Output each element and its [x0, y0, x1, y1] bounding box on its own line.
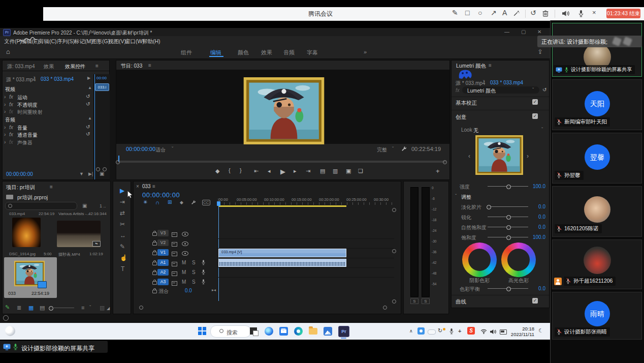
avatar: 雨晴 [585, 301, 610, 326]
tray-cloud-icon[interactable] [428, 329, 436, 335]
participant-name: 设计摄影部徐颖的屏幕共享 [571, 66, 632, 73]
participant-tile[interactable]: 16201205陈诺 [552, 186, 642, 237]
participant-label: 新闻编审部叶天阳 [555, 117, 610, 127]
speaking-toast-text: 正在讲话: 设计摄影部徐颖; [541, 38, 607, 46]
participant-tile[interactable]: 天阳 新闻编审部叶天阳 [552, 79, 642, 130]
taskbar: 搜索 Pr ∧ ↻ + S [0, 0, 644, 363]
night-light-moon-icon[interactable]: ☾ [538, 327, 543, 334]
avatar [584, 196, 610, 223]
tray-battery-icon[interactable] [500, 329, 507, 335]
tray-sync-icon[interactable]: ↻ [438, 327, 442, 334]
screen-share-icon [3, 344, 11, 350]
tray-volume-icon[interactable] [490, 329, 496, 335]
tray-wifi-icon[interactable] [480, 329, 487, 334]
photos-icon[interactable] [324, 327, 332, 336]
participant-label: 设计摄影部张雨晴 [555, 327, 610, 337]
file-explorer-icon[interactable] [309, 328, 317, 335]
speaking-mic-icon [13, 343, 18, 350]
avatar: 翌馨 [585, 144, 610, 170]
tray-expand-icon[interactable]: ∧ [409, 328, 413, 334]
participant-name: 新闻编审部叶天阳 [564, 118, 607, 126]
task-view-icon[interactable] [250, 327, 257, 335]
tray-mic-icon[interactable] [449, 328, 454, 335]
participant-tile[interactable]: 翌馨 孙翌馨 [552, 133, 642, 184]
participant-name: 孙翌馨 [564, 172, 581, 179]
start-button[interactable] [198, 327, 206, 335]
avatar: 天阳 [585, 91, 610, 116]
participant-name: 16201205陈诺 [564, 225, 599, 232]
muted-mic-icon [557, 172, 562, 179]
sogou-ime-icon[interactable]: S [467, 327, 475, 335]
tray-meeting-icon[interactable] [417, 327, 425, 335]
tray-clock[interactable]: 20:18 2022/11/11 [509, 326, 534, 338]
muted-mic-icon [557, 329, 562, 336]
browser-swirl-icon[interactable] [294, 327, 303, 336]
active-app-indicator [341, 338, 346, 339]
sync-badge [443, 328, 445, 330]
participant-label: 孙千超16211206 [564, 277, 616, 286]
participant-label: 孙翌馨 [555, 171, 584, 180]
tray-date: 2022/11/11 [509, 331, 534, 337]
participant-tile[interactable]: 孙千超16211206 [552, 239, 642, 289]
taskbar-search-label[interactable]: 搜索 [227, 329, 238, 337]
screen-share-icon [556, 67, 562, 73]
participant-tile-presenter[interactable]: 设计摄影部徐颖的屏幕共享 [552, 23, 642, 77]
mail-icon[interactable] [279, 327, 288, 336]
host-badge-icon [554, 278, 562, 285]
muted-mic-icon [557, 226, 562, 232]
tray-remote-icon[interactable]: + [458, 328, 461, 334]
premiere-taskbar-icon[interactable]: Pr [338, 326, 349, 337]
screen: 腾讯会议 ✎ □ ○ ↗ A ↺ × 01:23:43 结束 Pr Adobe … [0, 0, 644, 363]
participant-label: 设计摄影部徐颖的屏幕共享 [554, 65, 635, 74]
muted-mic-icon [557, 119, 562, 126]
search-icon [219, 329, 223, 333]
participant-name: 设计摄影部张雨晴 [564, 328, 607, 336]
participant-name: 孙千超16211206 [573, 278, 613, 285]
speaking-mic-icon [564, 67, 569, 73]
tray-time: 20:18 [509, 326, 534, 331]
edge-icon[interactable] [265, 327, 273, 336]
muted-mic-icon [566, 278, 571, 285]
screen-share-label: 设计摄影部徐颖的屏幕共享 [21, 344, 94, 353]
avatar [584, 247, 611, 274]
meeting-float-ball[interactable] [5, 326, 15, 336]
participant-tile[interactable]: 雨晴 设计摄影部张雨晴 [552, 292, 642, 340]
participant-label: 16201205陈诺 [555, 224, 602, 233]
